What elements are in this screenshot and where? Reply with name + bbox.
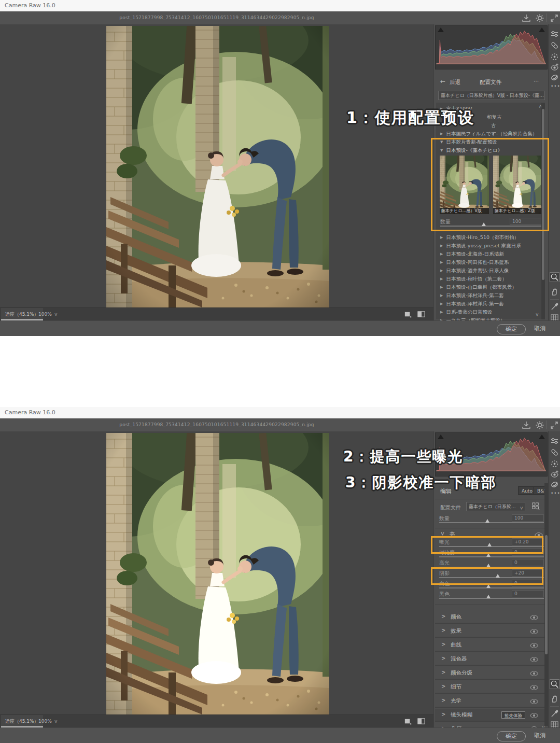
preset-row[interactable]: ▶日本预设-北海道-日系清新	[436, 250, 544, 258]
more-dots-icon[interactable]: •••	[551, 490, 560, 496]
slider-blacks[interactable]: 黑色 0	[439, 590, 544, 600]
preset-thumbnail-z[interactable]: 藤本チヒロ...感）Z版	[493, 156, 542, 214]
profile-amount-slider[interactable]: 数量 100	[439, 514, 544, 525]
back-arrow-icon[interactable]: ←	[440, 78, 445, 85]
section-lens-blur[interactable]: >镜头模糊 抢先体验	[435, 709, 545, 722]
slider-value-field[interactable]: 0	[512, 549, 544, 556]
profile-browser-icon[interactable]	[531, 502, 540, 511]
eye-icon[interactable]	[529, 614, 539, 621]
preset-row[interactable]: ▶日本预设-秋叶悟（第二套）	[436, 275, 544, 283]
current-profile-field[interactable]: 藤本チヒロ（日系胶片感）V版 - 日本预设-《藤…	[438, 91, 545, 100]
zoom-icon[interactable]	[550, 680, 559, 689]
section-effects[interactable]: >效果	[435, 625, 545, 638]
slider-thumb[interactable]	[485, 519, 489, 523]
eye-icon[interactable]	[529, 712, 539, 719]
photo-preview[interactable]	[106, 26, 329, 307]
preset-row[interactable]: ▶日本国民フィルムです-（经典胶片合集）	[436, 130, 544, 138]
before-after-icon[interactable]	[417, 310, 426, 319]
highlight-clipping-icon[interactable]	[539, 27, 545, 32]
zoom-level-value[interactable]: 100%	[35, 715, 55, 727]
preset-row[interactable]: ▶日本预设-山口幸树（都市风景）	[436, 283, 544, 291]
eye-icon[interactable]	[529, 656, 539, 663]
preset-row[interactable]: ▶日本预设-酒井贵弘-日系人像	[436, 267, 544, 275]
section-curve[interactable]: >曲线	[435, 639, 545, 652]
slider-track[interactable]	[439, 577, 544, 578]
hand-icon[interactable]	[550, 694, 559, 703]
edit-sliders-icon[interactable]	[550, 30, 559, 38]
eye-icon[interactable]	[529, 698, 539, 705]
expand-icon[interactable]	[550, 420, 559, 430]
preset-row[interactable]: ▼日本胶片青新-配置预设	[436, 138, 544, 146]
red-eye-icon[interactable]	[550, 63, 559, 72]
slider-thumb[interactable]	[486, 564, 491, 567]
snapshot-icon[interactable]	[550, 480, 559, 489]
hand-icon[interactable]	[550, 287, 559, 296]
slider-thumb[interactable]	[496, 574, 500, 578]
photo-preview[interactable]	[106, 433, 329, 714]
masking-icon[interactable]	[550, 459, 559, 468]
section-color-mixer[interactable]: >混色器	[435, 653, 545, 666]
download-icon[interactable]	[522, 420, 531, 430]
single-view-icon[interactable]	[403, 310, 412, 319]
single-view-icon[interactable]	[403, 717, 412, 726]
slider-highlights[interactable]: 高光 0	[439, 559, 544, 569]
slider-exposure[interactable]: 曝光 +0.20	[439, 538, 544, 549]
image-canvas[interactable]	[0, 24, 433, 307]
white-balance-eyedropper-icon[interactable]	[550, 302, 559, 311]
zoom-icon[interactable]	[550, 273, 559, 282]
histogram[interactable]	[435, 25, 548, 69]
shadow-clipping-icon[interactable]	[438, 27, 444, 32]
healing-brush-icon[interactable]	[550, 448, 559, 457]
preset-row[interactable]: ▶日本预设-冈田拓也-日系蓝系	[436, 258, 544, 267]
shadow-clipping-icon[interactable]	[438, 434, 444, 439]
slider-track[interactable]	[439, 598, 544, 599]
cancel-button[interactable]: 取消	[534, 731, 545, 740]
slider-value-field[interactable]: +0.20	[512, 538, 544, 545]
slider-thumb[interactable]	[486, 595, 491, 598]
eye-icon[interactable]	[529, 670, 539, 677]
slider-contrast[interactable]: 对比度 0	[439, 549, 544, 559]
slider-thumb[interactable]	[482, 222, 486, 226]
slider-shadows[interactable]: 阴影 +20	[439, 569, 544, 580]
gear-icon[interactable]	[535, 13, 544, 23]
back-button[interactable]: 后退	[450, 79, 460, 86]
healing-brush-icon[interactable]	[550, 41, 559, 50]
slider-track[interactable]	[439, 567, 544, 568]
section-color[interactable]: >颜色	[435, 611, 545, 624]
preset-row[interactable]: ▶日本预设-泽村洋兵-第一套	[436, 300, 544, 308]
preset-list-scrollbar[interactable]	[541, 103, 545, 319]
slider-value-field[interactable]: 0	[512, 559, 544, 566]
red-eye-icon[interactable]	[550, 470, 559, 479]
ok-button[interactable]: 确定	[497, 324, 526, 334]
slider-track[interactable]	[439, 546, 544, 547]
ok-button[interactable]: 确定	[497, 731, 526, 741]
amount-value-field[interactable]: 100	[512, 514, 544, 522]
slider-thumb[interactable]	[487, 543, 492, 546]
masking-icon[interactable]	[550, 52, 559, 61]
slider-value-field[interactable]: 0	[512, 580, 544, 587]
zoom-dropdown-chevron-icon[interactable]: >	[53, 313, 58, 316]
download-icon[interactable]	[522, 13, 531, 23]
section-detail[interactable]: >细节	[435, 681, 545, 694]
section-optics[interactable]: >光学	[435, 695, 545, 708]
more-dots-icon[interactable]: •••	[551, 83, 560, 89]
slider-track[interactable]	[439, 556, 544, 557]
amount-value-field[interactable]: 100	[510, 218, 542, 225]
preset-row[interactable]: ▶日系-青蓝の日常预设	[436, 308, 544, 316]
preset-row[interactable]: ▶日本预设-泽村洋兵-第二套	[436, 291, 544, 300]
slider-track[interactable]	[439, 522, 544, 523]
zoom-dropdown-chevron-icon[interactable]: >	[53, 720, 58, 723]
preset-amount-slider[interactable]: 数量 100	[440, 218, 542, 228]
highlight-clipping-icon[interactable]	[539, 434, 545, 439]
preset-row[interactable]: ▶日本预设-yossy_preset 家庭日系	[436, 242, 544, 250]
section-color-grading[interactable]: >颜色分级	[435, 667, 545, 680]
slider-value-field[interactable]: +20	[512, 569, 544, 577]
eye-icon[interactable]	[534, 532, 543, 538]
slider-whites[interactable]: 白色 0	[439, 580, 544, 590]
eye-icon[interactable]	[529, 628, 539, 635]
cancel-button[interactable]: 取消	[534, 324, 545, 333]
edit-panel-scrollbar[interactable]	[544, 483, 548, 726]
before-after-icon[interactable]	[417, 717, 426, 726]
slider-thumb[interactable]	[486, 553, 491, 557]
preset-thumbnail-v[interactable]: 藤本チヒロ...感）V版	[440, 156, 489, 214]
